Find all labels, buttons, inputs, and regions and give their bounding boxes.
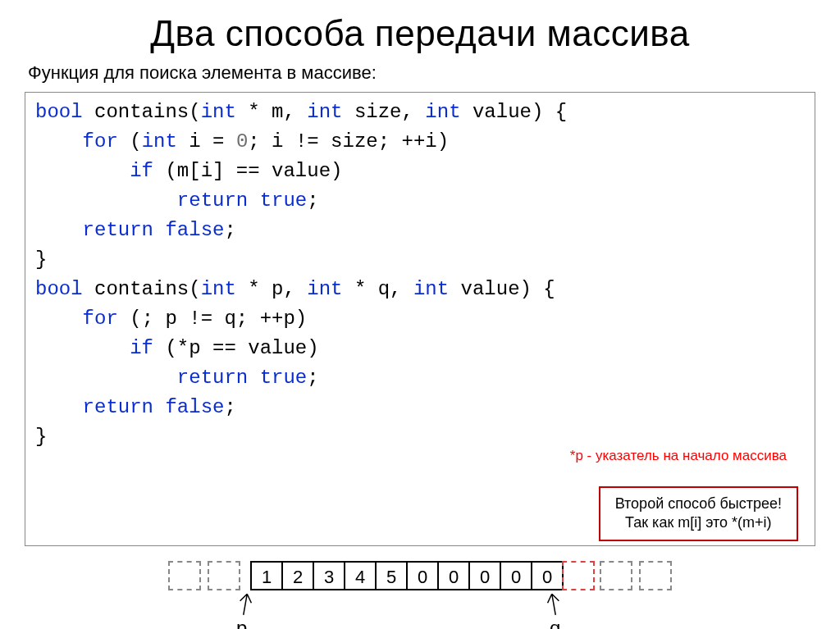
code-token: int xyxy=(201,101,236,123)
array-cell-ghost xyxy=(639,561,672,590)
code-token: int xyxy=(307,101,342,123)
array-cell: 3 xyxy=(313,561,345,590)
code-token: int xyxy=(425,101,460,123)
code-token: for xyxy=(83,130,118,153)
array-cells-row: 1 2 3 4 5 0 0 0 0 0 xyxy=(108,561,732,590)
code-token: size, xyxy=(343,101,426,123)
code-token: bool xyxy=(35,278,83,300)
code-token: (; p != q; ++p) xyxy=(118,308,307,330)
speed-note-line2: Так как m[i] это *(m+i) xyxy=(625,514,772,531)
pointer-note: *p - указатель на начало массива xyxy=(570,445,787,467)
array-diagram: 1 2 3 4 5 0 0 0 0 0 p xyxy=(108,561,732,629)
array-cell: 4 xyxy=(344,561,377,590)
code-token: false xyxy=(165,219,224,241)
code-token: ( xyxy=(118,130,142,153)
code-token: ; i != size; ++i) xyxy=(248,130,449,153)
array-cell: 0 xyxy=(468,561,501,590)
code-token: bool xyxy=(35,101,83,123)
q-label: q xyxy=(550,617,560,629)
code-token: ; xyxy=(307,367,318,389)
code-token: * p, xyxy=(236,278,307,300)
code-token: value) { xyxy=(461,101,568,123)
array-cell-ghost xyxy=(600,561,632,590)
code-token: ; xyxy=(224,396,235,418)
array-cell: 2 xyxy=(281,561,314,590)
subtitle: Функция для поиска элемента в массиве: xyxy=(28,62,815,84)
code-token: return xyxy=(83,219,153,241)
code-token: for xyxy=(83,308,118,330)
arrow-up-icon xyxy=(541,592,566,617)
code-token xyxy=(248,367,259,389)
slide-title: Два способа передачи массива xyxy=(25,13,815,54)
code-token: contains( xyxy=(83,101,201,123)
code-token: false xyxy=(165,396,224,418)
code-token: ; xyxy=(224,219,235,241)
code-token: if xyxy=(130,337,153,359)
code-token: * q, xyxy=(343,278,413,300)
array-cell: 0 xyxy=(437,561,470,590)
code-token: int xyxy=(142,130,177,153)
code-token: } xyxy=(35,248,47,271)
array-cell: 5 xyxy=(375,561,408,590)
code-token: int xyxy=(413,278,449,300)
code-token xyxy=(153,396,165,418)
code-listing: bool contains(int * m, int size, int val… xyxy=(25,92,815,546)
array-cell-ghost xyxy=(168,561,201,590)
speed-note-box: Второй способ быстрее! Так как m[i] это … xyxy=(599,486,798,541)
code-token: if xyxy=(130,160,153,182)
code-token: } xyxy=(35,426,47,448)
array-cell: 0 xyxy=(531,561,564,590)
arrow-up-icon xyxy=(233,592,258,617)
array-cell: 0 xyxy=(406,561,439,590)
code-token: i = xyxy=(177,130,236,153)
code-token: int xyxy=(201,278,236,300)
code-token xyxy=(153,219,165,241)
code-token: ; xyxy=(307,189,318,212)
p-label: p xyxy=(236,617,247,629)
code-token: value) { xyxy=(449,278,555,300)
array-cell: 1 xyxy=(250,561,283,590)
code-token: int xyxy=(307,278,342,300)
speed-note-line1: Второй способ быстрее! xyxy=(615,495,782,512)
code-token: true xyxy=(260,189,308,212)
code-token: (*p == value) xyxy=(153,337,319,359)
code-token xyxy=(248,189,259,212)
array-cell-ghost xyxy=(208,561,240,590)
code-token: * m, xyxy=(236,101,307,123)
code-token: return xyxy=(177,189,248,212)
code-token: true xyxy=(260,367,308,389)
code-token: 0 xyxy=(236,130,248,153)
code-token: (m[i] == value) xyxy=(153,160,342,182)
array-cell-end-ghost xyxy=(562,561,595,590)
array-cell: 0 xyxy=(500,561,532,590)
code-token: return xyxy=(177,367,248,389)
code-token: return xyxy=(83,396,153,418)
code-token: contains( xyxy=(83,278,201,300)
